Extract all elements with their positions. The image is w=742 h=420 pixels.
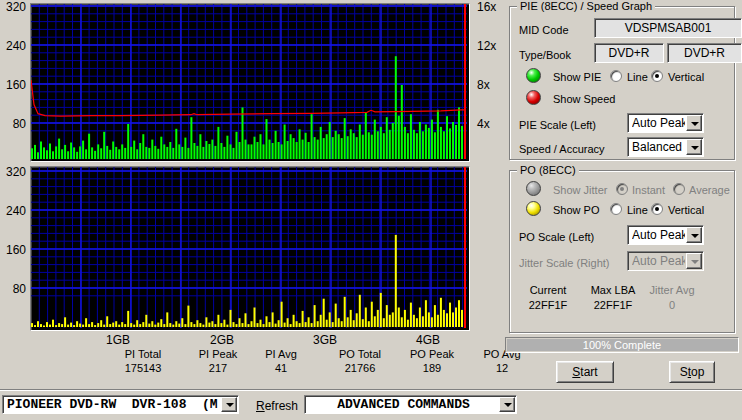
x-axis-label: 2GB <box>202 333 242 347</box>
chevron-down-icon <box>504 403 512 407</box>
disc-book-field: DVD+R <box>667 43 742 63</box>
speed-accuracy-combobox[interactable]: Balanced <box>627 137 704 157</box>
pie-line-label: Line <box>627 71 648 83</box>
pie-vertical-label: Vertical <box>668 71 704 83</box>
show-po-label: Show PO <box>553 204 599 216</box>
y-axis-label: 240 <box>0 204 26 218</box>
stat-label: PI Avg <box>246 348 316 360</box>
speed-axis-label: 8x <box>477 78 490 92</box>
x-axis-label: 1GB <box>98 333 138 347</box>
progress-text: 100% Complete <box>506 339 738 351</box>
stat-value: 189 <box>397 362 467 374</box>
show-po-led-button[interactable] <box>526 201 541 216</box>
refresh-button[interactable]: Refresh <box>256 399 298 413</box>
y-axis-label: 80 <box>0 117 26 131</box>
show-speed-label: Show Speed <box>553 93 615 105</box>
po-vertical-label: Vertical <box>668 204 704 216</box>
stat-label: PI Peak <box>183 348 253 360</box>
y-axis-label: 160 <box>0 78 26 92</box>
jitter-avg-value: 0 <box>637 299 707 311</box>
chevron-down-icon <box>691 234 699 238</box>
disc-quality-scan-window: { "colors": { "background": "#d4d0c8", "… <box>0 0 742 420</box>
pie-speed-graph <box>31 4 467 159</box>
chevron-down-icon <box>226 403 234 407</box>
advanced-commands-value: ADVANCED COMMANDS <box>309 398 498 412</box>
jitter-average-label: Average <box>689 184 730 196</box>
drive-selector-value: PIONEER DVD-RW DVR-108 (M:) <box>7 398 220 412</box>
speed-axis-label: 4x <box>477 117 490 131</box>
show-jitter-led-button <box>526 181 541 196</box>
y-axis-label: 80 <box>0 282 26 296</box>
current-lba-value: 22FF1F <box>513 299 583 311</box>
jitter-scale-value: Auto Peak <box>632 254 685 269</box>
speed-axis-label: 16x <box>477 0 496 14</box>
y-axis-label: 240 <box>0 39 26 53</box>
stat-label: PO Total <box>325 348 395 360</box>
speed-accuracy-value: Balanced <box>632 140 685 155</box>
po-scale-value: Auto Peak <box>632 228 685 243</box>
show-pie-led-button[interactable] <box>526 68 541 83</box>
drive-selector-combobox[interactable]: PIONEER DVD-RW DVR-108 (M:) <box>2 395 239 414</box>
stat-value: 12 <box>467 362 537 374</box>
y-axis-label: 320 <box>0 165 26 179</box>
pie-line-radio[interactable] <box>610 70 622 82</box>
show-jitter-label: Show Jitter <box>553 184 607 196</box>
advanced-commands-combobox[interactable]: ADVANCED COMMANDS <box>304 395 517 414</box>
disc-type-field: DVD+R <box>594 43 664 63</box>
jitter-average-radio <box>673 183 685 195</box>
current-lba-label: Current <box>513 284 583 296</box>
pie-groupbox-title: PIE (8ECC) / Speed Graph <box>517 0 655 12</box>
po-line-label: Line <box>627 204 648 216</box>
y-axis-label: 320 <box>0 0 26 14</box>
po-groupbox-title: PO (8ECC) <box>517 164 579 176</box>
speed-axis-label: 12x <box>477 39 496 53</box>
stat-label: PI Total <box>108 348 178 360</box>
drive-dropdown-button[interactable] <box>221 397 237 412</box>
x-axis-label: 3GB <box>305 333 345 347</box>
pie-scale-label: PIE Scale (Left) <box>519 119 596 131</box>
po-graph-panel <box>30 166 470 331</box>
bottom-separator <box>0 389 742 391</box>
show-pie-label: Show PIE <box>553 71 601 83</box>
type-book-label: Type/Book <box>519 49 571 61</box>
pie-scale-value: Auto Peak <box>632 116 685 131</box>
speed-accuracy-label: Speed / Accuracy <box>519 143 605 155</box>
stat-value: 41 <box>246 362 316 374</box>
chevron-down-icon <box>691 260 699 264</box>
mid-code-field: VDSPMSAB001 <box>594 18 742 38</box>
x-axis-label: 4GB <box>408 333 448 347</box>
stat-value: 217 <box>183 362 253 374</box>
speed-accuracy-dropdown-button[interactable] <box>686 139 702 155</box>
y-axis-label: 160 <box>0 243 26 257</box>
stat-label: PO Peak <box>397 348 467 360</box>
stop-button[interactable]: Stop <box>669 361 715 383</box>
jitter-instant-radio <box>616 183 628 195</box>
start-button[interactable]: Start <box>556 361 614 383</box>
chevron-down-icon <box>691 146 699 150</box>
po-graph <box>31 167 467 328</box>
pie-scale-dropdown-button[interactable] <box>686 115 702 131</box>
po-scale-label: PO Scale (Left) <box>519 231 594 243</box>
po-scale-combobox[interactable]: Auto Peak <box>627 225 704 245</box>
scan-progress-bar: 100% Complete <box>505 337 739 353</box>
commands-dropdown-button[interactable] <box>499 397 515 412</box>
jitter-instant-label: Instant <box>632 184 665 196</box>
jitter-scale-dropdown-button <box>686 253 702 269</box>
chevron-down-icon <box>691 122 699 126</box>
po-line-radio[interactable] <box>610 203 622 215</box>
po-vertical-radio[interactable] <box>651 203 663 215</box>
jitter-avg-label: Jitter Avg <box>637 284 707 296</box>
pie-scale-combobox[interactable]: Auto Peak <box>627 113 704 133</box>
stat-value: 175143 <box>108 362 178 374</box>
pie-speed-graph-panel <box>30 3 470 162</box>
show-speed-led-button[interactable] <box>526 90 541 105</box>
jitter-scale-combobox: Auto Peak <box>627 251 704 271</box>
po-scale-dropdown-button[interactable] <box>686 227 702 243</box>
pie-vertical-radio[interactable] <box>651 70 663 82</box>
stat-value: 21766 <box>325 362 395 374</box>
jitter-scale-label: Jitter Scale (Right) <box>519 257 609 269</box>
mid-code-label: MID Code <box>519 24 569 36</box>
